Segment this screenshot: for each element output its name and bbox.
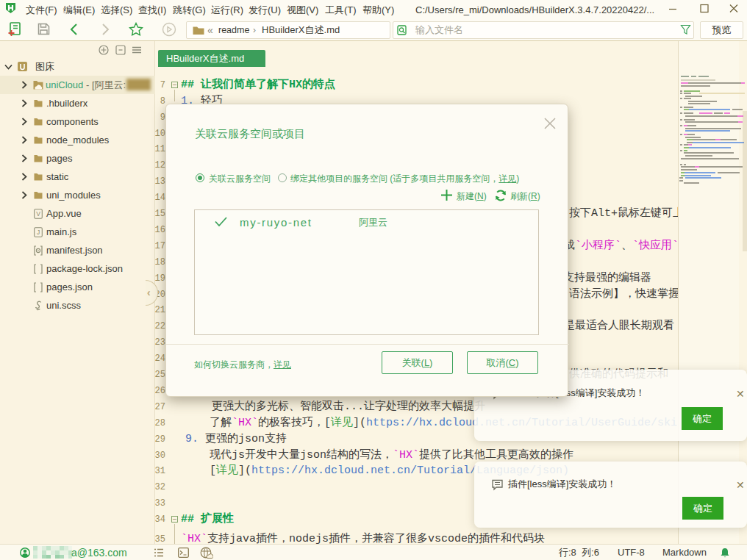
svg-text:J: J xyxy=(37,229,40,236)
svg-text:V: V xyxy=(36,210,40,218)
